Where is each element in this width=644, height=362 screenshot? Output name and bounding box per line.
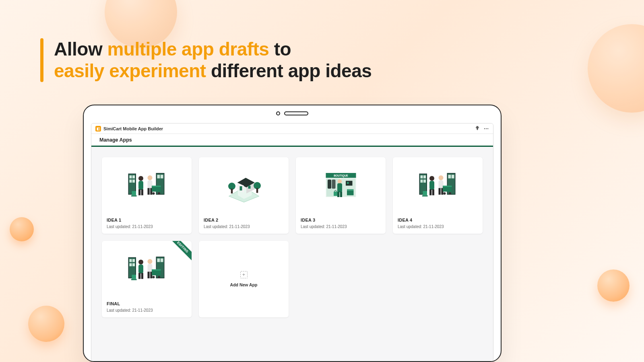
svg-rect-44 — [328, 179, 331, 189]
svg-rect-53 — [346, 181, 353, 185]
tablet-speaker-icon — [284, 111, 308, 115]
svg-point-17 — [147, 175, 152, 180]
more-icon[interactable] — [483, 126, 489, 132]
svg-point-100 — [158, 276, 160, 278]
svg-rect-66 — [429, 181, 434, 190]
svg-rect-8 — [132, 179, 135, 183]
svg-point-69 — [438, 175, 443, 180]
section-title: Manage Apps — [99, 137, 132, 143]
svg-rect-91 — [138, 273, 140, 279]
svg-point-93 — [147, 259, 152, 264]
headline-accent-bar — [40, 38, 43, 82]
app-logo-icon: ◧ — [95, 126, 101, 132]
svg-text:BOUTIQUE: BOUTIQUE — [334, 174, 348, 177]
app-card[interactable]: IDEA 4Last updated: 21-11-2023 — [393, 157, 483, 234]
svg-rect-7 — [129, 179, 132, 183]
svg-rect-33 — [239, 186, 242, 191]
svg-rect-15 — [138, 189, 140, 195]
bg-sphere — [597, 269, 630, 302]
svg-rect-52 — [347, 189, 354, 190]
app-card-thumbnail — [102, 157, 192, 214]
svg-point-75 — [443, 192, 446, 195]
svg-rect-101 — [132, 275, 136, 279]
app-card-thumbnail — [199, 157, 289, 214]
svg-rect-59 — [420, 179, 423, 183]
svg-rect-95 — [147, 272, 149, 278]
svg-rect-57 — [420, 175, 423, 179]
svg-rect-64 — [451, 175, 454, 178]
svg-rect-82 — [132, 259, 135, 262]
svg-rect-18 — [147, 180, 152, 189]
tablet-frame: ◧ SimiCart Mobile App Builder Manage App… — [83, 105, 502, 362]
svg-point-76 — [449, 192, 451, 195]
svg-point-23 — [152, 192, 155, 195]
app-card[interactable]: BOUTIQUE IDEA 3Last updated: 21-11-2023 — [296, 157, 386, 234]
app-card-thumbnail — [102, 241, 192, 297]
app-card-meta: IDEA 4Last updated: 21-11-2023 — [393, 214, 483, 234]
svg-rect-77 — [423, 191, 427, 195]
svg-rect-21 — [152, 186, 161, 192]
svg-rect-88 — [160, 258, 163, 262]
svg-rect-45 — [332, 179, 335, 189]
svg-rect-5 — [129, 175, 132, 179]
svg-rect-6 — [132, 175, 135, 179]
app-card[interactable]: IDEA 2Last updated: 21-11-2023 — [199, 157, 289, 234]
svg-rect-98 — [152, 269, 161, 270]
app-card-thumbnail: BOUTIQUE — [296, 157, 386, 214]
svg-rect-78 — [422, 195, 428, 196]
svg-rect-67 — [429, 189, 431, 195]
svg-rect-25 — [132, 191, 136, 195]
svg-point-89 — [138, 259, 143, 264]
svg-rect-71 — [438, 188, 440, 195]
bg-sphere — [10, 217, 34, 241]
app-card-thumbnail — [393, 157, 483, 214]
svg-rect-84 — [132, 263, 135, 266]
svg-rect-22 — [152, 185, 161, 187]
add-new-app-card[interactable]: +Add New App — [199, 241, 289, 317]
app-card-subtitle: Last updated: 21-11-2023 — [107, 308, 187, 313]
svg-rect-34 — [248, 185, 250, 189]
app-card-subtitle: Last updated: 21-11-2023 — [204, 224, 284, 229]
svg-rect-47 — [337, 183, 342, 192]
app-card-title: IDEA 3 — [301, 218, 381, 222]
svg-rect-51 — [347, 190, 354, 195]
headline-accent: multiple app drafts — [107, 39, 269, 60]
svg-rect-16 — [141, 189, 143, 195]
svg-rect-54 — [347, 182, 349, 184]
apps-grid: IDEA 1Last updated: 21-11-2023 IDEA 2Las… — [91, 147, 493, 328]
svg-point-24 — [158, 192, 160, 195]
svg-rect-102 — [131, 279, 137, 280]
app-card-title: IDEA 1 — [107, 218, 187, 222]
app-card-title: IDEA 2 — [204, 218, 284, 222]
headline-part: Allow — [54, 39, 107, 60]
tablet-top-bar — [84, 105, 501, 121]
svg-point-65 — [429, 176, 434, 181]
app-card[interactable]: IDEA 1Last updated: 21-11-2023 — [102, 157, 192, 234]
svg-rect-90 — [138, 264, 143, 274]
app-card-meta: IDEA 2Last updated: 21-11-2023 — [199, 214, 289, 234]
app-card[interactable]: EDITINGFINALLast updated: 21-11-2023 — [102, 241, 192, 317]
app-card-subtitle: Last updated: 21-11-2023 — [398, 224, 478, 229]
svg-rect-38 — [256, 188, 258, 193]
app-card-meta: IDEA 3Last updated: 21-11-2023 — [296, 214, 386, 234]
add-new-app-label: Add New App — [230, 282, 258, 287]
headline-text: Allow multiple app drafts to easily expe… — [54, 38, 372, 82]
app-title: SimiCart Mobile App Builder — [103, 126, 163, 131]
svg-rect-12 — [160, 175, 163, 178]
svg-rect-68 — [432, 189, 434, 195]
svg-rect-81 — [129, 259, 132, 262]
app-card-subtitle: Last updated: 21-11-2023 — [301, 224, 381, 229]
svg-rect-60 — [423, 179, 426, 183]
svg-rect-50 — [334, 191, 337, 196]
svg-rect-48 — [337, 191, 339, 197]
headline-accent: easily experiment — [54, 60, 206, 81]
svg-rect-73 — [443, 186, 452, 192]
app-card-subtitle: Last updated: 21-11-2023 — [107, 224, 187, 229]
svg-point-13 — [138, 176, 143, 181]
pin-icon[interactable] — [475, 126, 480, 132]
section-header: Manage Apps — [91, 134, 493, 147]
app-card-title: FINAL — [107, 301, 187, 306]
svg-rect-49 — [340, 191, 342, 197]
svg-rect-97 — [152, 270, 161, 276]
app-card-meta: IDEA 1Last updated: 21-11-2023 — [102, 214, 192, 234]
